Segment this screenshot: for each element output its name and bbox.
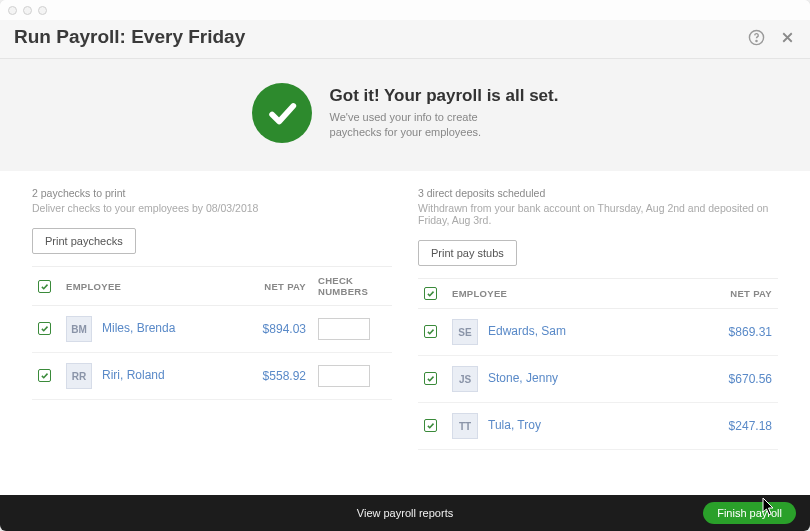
modal-header: Run Payroll: Every Friday [0, 20, 810, 59]
employee-name[interactable]: Miles, Brenda [102, 321, 175, 335]
checkmark-icon [252, 83, 312, 143]
row-checkbox[interactable] [38, 369, 51, 382]
content-area: 2 paychecks to print Deliver checks to y… [0, 171, 810, 495]
avatar: BM [66, 316, 92, 342]
col-netpay: NET PAY [708, 279, 778, 309]
deposits-title: 3 direct deposits scheduled [418, 187, 778, 199]
page-title: Run Payroll: Every Friday [14, 26, 748, 48]
paychecks-subtitle: Deliver checks to your employees by 08/0… [32, 202, 392, 214]
print-paychecks-button[interactable]: Print paychecks [32, 228, 136, 254]
check-number-input[interactable] [318, 318, 370, 340]
net-pay: $869.31 [729, 325, 772, 339]
minimize-dot[interactable] [23, 6, 32, 15]
confirmation-subtext: We've used your info to create paychecks… [330, 110, 520, 141]
net-pay: $894.03 [263, 322, 306, 336]
print-pay-stubs-button[interactable]: Print pay stubs [418, 240, 517, 266]
row-checkbox[interactable] [424, 372, 437, 385]
col-employee: EMPLOYEE [60, 267, 242, 306]
paychecks-table: EMPLOYEE NET PAY CHECK NUMBERS BMMiles, … [32, 266, 392, 400]
svg-point-1 [756, 40, 757, 41]
row-checkbox[interactable] [424, 325, 437, 338]
confirmation-heading: Got it! Your payroll is all set. [330, 86, 559, 106]
net-pay: $247.18 [729, 419, 772, 433]
paychecks-title: 2 paychecks to print [32, 187, 392, 199]
row-checkbox[interactable] [424, 419, 437, 432]
col-checknum: CHECK NUMBERS [312, 267, 392, 306]
select-all-checkbox[interactable] [38, 280, 51, 293]
table-row: RRRiri, Roland $558.92 [32, 353, 392, 400]
zoom-dot[interactable] [38, 6, 47, 15]
view-reports-link[interactable]: View payroll reports [357, 507, 453, 519]
avatar: JS [452, 366, 478, 392]
confirmation-banner: Got it! Your payroll is all set. We've u… [0, 59, 810, 171]
close-icon[interactable] [779, 29, 796, 46]
employee-name[interactable]: Stone, Jenny [488, 371, 558, 385]
avatar: TT [452, 413, 478, 439]
check-number-input[interactable] [318, 365, 370, 387]
select-all-checkbox[interactable] [424, 287, 437, 300]
table-row: SEEdwards, Sam $869.31 [418, 309, 778, 356]
employee-name[interactable]: Edwards, Sam [488, 324, 566, 338]
employee-name[interactable]: Tula, Troy [488, 418, 541, 432]
payroll-window: Run Payroll: Every Friday Got it! Your p… [0, 0, 810, 531]
avatar: SE [452, 319, 478, 345]
table-row: TTTula, Troy $247.18 [418, 403, 778, 450]
col-employee: EMPLOYEE [446, 279, 708, 309]
net-pay: $558.92 [263, 369, 306, 383]
table-row: BMMiles, Brenda $894.03 [32, 306, 392, 353]
col-netpay: NET PAY [242, 267, 312, 306]
mac-titlebar [0, 0, 810, 20]
deposits-table: EMPLOYEE NET PAY SEEdwards, Sam $869.31 … [418, 278, 778, 450]
modal-footer: View payroll reports Finish payroll [0, 495, 810, 531]
table-row: JSStone, Jenny $670.56 [418, 356, 778, 403]
finish-payroll-button[interactable]: Finish payroll [703, 502, 796, 524]
help-icon[interactable] [748, 29, 765, 46]
deposits-subtitle: Withdrawn from your bank account on Thur… [418, 202, 778, 226]
net-pay: $670.56 [729, 372, 772, 386]
avatar: RR [66, 363, 92, 389]
direct-deposits-column: 3 direct deposits scheduled Withdrawn fr… [418, 187, 778, 495]
paychecks-column: 2 paychecks to print Deliver checks to y… [32, 187, 392, 495]
employee-name[interactable]: Riri, Roland [102, 368, 165, 382]
row-checkbox[interactable] [38, 322, 51, 335]
close-dot[interactable] [8, 6, 17, 15]
